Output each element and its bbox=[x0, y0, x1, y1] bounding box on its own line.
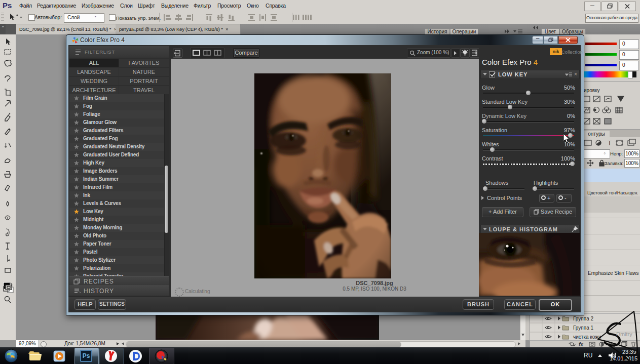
svg-text:Dmitry: Dmitry bbox=[616, 331, 632, 337]
svg-text:T: T bbox=[608, 139, 612, 147]
